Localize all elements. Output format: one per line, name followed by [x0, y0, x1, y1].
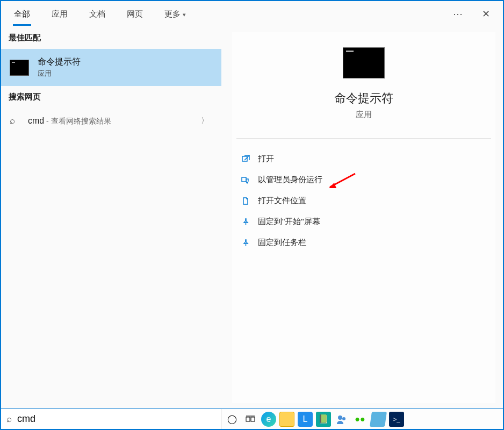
- tab-documents[interactable]: 文档: [78, 3, 116, 26]
- pin-icon: [241, 238, 250, 248]
- detail-title: 命令提示符: [232, 90, 495, 106]
- svg-rect-1: [242, 177, 246, 182]
- action-label: 打开文件位置: [258, 196, 306, 206]
- wechat-icon[interactable]: ●●: [352, 412, 368, 427]
- action-pin-to-taskbar[interactable]: 固定到任务栏: [236, 232, 491, 253]
- pin-icon: [241, 217, 250, 227]
- search-icon: ⌕: [10, 116, 20, 126]
- divider: [236, 138, 491, 139]
- search-input[interactable]: [17, 413, 215, 425]
- action-label: 以管理员身份运行: [258, 175, 322, 185]
- edge-icon[interactable]: e: [261, 412, 276, 427]
- close-button[interactable]: ✕: [471, 8, 501, 20]
- app-icon-teal[interactable]: 📗: [316, 412, 331, 427]
- notepad-icon[interactable]: [370, 412, 387, 427]
- svg-point-6: [342, 417, 345, 420]
- people-icon[interactable]: [334, 412, 349, 427]
- web-search-header: 搜索网页: [1, 86, 221, 108]
- results-panel: 最佳匹配 命令提示符 应用 搜索网页 ⌕ cmd - 查看网络搜索结果 〉: [1, 27, 221, 408]
- detail-subtitle: 应用: [232, 110, 495, 120]
- tab-more[interactable]: 更多▾: [154, 3, 197, 26]
- cmd-icon: [10, 60, 29, 76]
- more-options-button[interactable]: ⋯: [444, 8, 471, 20]
- result-subtitle: 应用: [38, 69, 81, 78]
- taskbar: ◯ e L 📗 ●● >_: [221, 409, 503, 429]
- svg-point-5: [338, 415, 342, 420]
- tabs-bar: 全部 应用 文档 网页 更多▾ ⋯ ✕: [1, 1, 503, 27]
- tab-web[interactable]: 网页: [116, 3, 154, 26]
- best-match-header: 最佳匹配: [1, 27, 221, 49]
- search-box[interactable]: ⌕: [1, 409, 221, 429]
- action-open[interactable]: 打开: [236, 148, 491, 169]
- cortana-icon[interactable]: ◯: [225, 412, 240, 427]
- search-icon: ⌕: [6, 414, 12, 425]
- action-label: 打开: [258, 154, 274, 164]
- powershell-icon[interactable]: >_: [389, 412, 404, 427]
- folder-icon: [241, 196, 250, 206]
- action-label: 固定到"开始"屏幕: [258, 217, 320, 227]
- action-open-file-location[interactable]: 打开文件位置: [236, 190, 491, 211]
- tab-apps[interactable]: 应用: [41, 3, 78, 26]
- svg-rect-2: [246, 417, 250, 421]
- open-icon: [241, 154, 250, 164]
- action-run-as-admin[interactable]: 以管理员身份运行: [236, 169, 491, 190]
- admin-shield-icon: [241, 175, 250, 185]
- chevron-down-icon: ▾: [183, 11, 186, 18]
- task-view-icon[interactable]: [243, 412, 258, 427]
- result-title: 命令提示符: [38, 56, 81, 68]
- detail-app-icon: [343, 47, 385, 78]
- action-label: 固定到任务栏: [258, 238, 306, 248]
- app-icon-blue[interactable]: L: [298, 412, 313, 427]
- web-query: cmd: [28, 116, 44, 125]
- action-pin-to-start[interactable]: 固定到"开始"屏幕: [236, 211, 491, 232]
- tab-all[interactable]: 全部: [3, 3, 41, 26]
- web-search-item[interactable]: ⌕ cmd - 查看网络搜索结果 〉: [1, 108, 221, 134]
- detail-panel: 命令提示符 应用 打开 以管理员身份运行 打开文件位置: [232, 32, 495, 403]
- svg-rect-3: [251, 417, 255, 421]
- web-suffix: - 查看网络搜索结果: [44, 117, 111, 125]
- result-item-cmd[interactable]: 命令提示符 应用: [1, 49, 221, 86]
- file-explorer-icon[interactable]: [279, 412, 294, 427]
- chevron-right-icon: 〉: [201, 116, 213, 126]
- svg-rect-0: [242, 156, 247, 161]
